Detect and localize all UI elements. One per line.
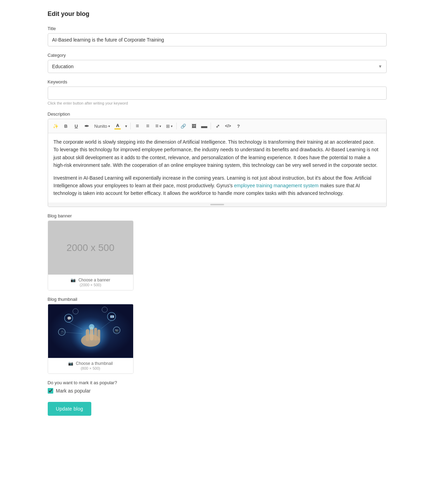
mark-popular-row: Mark as popular (48, 388, 387, 394)
scroll-bar (210, 204, 224, 205)
blog-thumbnail-label: Blog thumbnail (48, 297, 387, 302)
table-dropdown[interactable]: ⊞ ▾ (164, 121, 175, 131)
description-paragraph-2: Investment in AI-Based Learning will exp… (54, 174, 381, 197)
thumbnail-choose-label: Choose a thumbnail (76, 361, 113, 366)
category-select[interactable]: Education Technology Business Health (48, 60, 387, 73)
svg-text:🎵: 🎵 (60, 330, 64, 334)
blog-banner-label: Blog banner (48, 213, 387, 218)
underline-button[interactable]: U (72, 121, 81, 131)
numbered-list-button[interactable]: ≡ (143, 121, 153, 131)
align-dropdown[interactable]: ≡ ▾ (153, 121, 163, 131)
svg-text:📷: 📷 (115, 328, 119, 333)
title-label: Title (48, 26, 387, 31)
category-label: Category (48, 53, 387, 58)
magic-button[interactable]: ✨ (51, 121, 61, 131)
link-button[interactable]: 🔗 (178, 121, 188, 131)
camera-icon-thumb: 📷 (68, 361, 73, 366)
bold-button[interactable]: B (61, 121, 71, 131)
fullscreen-button[interactable]: ⤢ (213, 121, 222, 131)
color-indicator (114, 128, 121, 129)
svg-rect-3 (86, 329, 89, 341)
mark-popular-label[interactable]: Mark as popular (56, 388, 91, 394)
banner-choose-label: Choose a banner (79, 278, 110, 282)
banner-upload-container: 2000 x 500 📷 Choose a banner (2000 × 500… (48, 220, 133, 290)
banner-upload-footer[interactable]: 📷 Choose a banner (2000 × 500) (48, 274, 133, 290)
editor-toolbar: ✨ B U ✒ Nunito ▾ A ▾ ≡ ≡ ≡ ▾ ⊞ ▾ (48, 119, 386, 133)
svg-text:💬: 💬 (67, 316, 71, 321)
svg-point-7 (89, 324, 94, 330)
strikethrough-button[interactable]: ✒ (82, 121, 92, 131)
font-family-dropdown[interactable]: Nunito ▾ (92, 121, 112, 131)
blog-banner-field-group: Blog banner 2000 x 500 📷 Choose a banner… (48, 213, 387, 290)
description-label: Description (48, 111, 387, 117)
popular-question: Do you want to mark it as popular? (48, 380, 387, 385)
svg-rect-6 (97, 330, 100, 341)
keywords-hint: Click the enter button after writing you… (48, 101, 387, 105)
thumbnail-upload-container: 💬 📧 🎵 📷 📷 Choose a thumbnail (800 × 500) (48, 304, 133, 374)
code-view-button[interactable]: </> (223, 121, 233, 131)
description-editor: ✨ B U ✒ Nunito ▾ A ▾ ≡ ≡ ≡ ▾ ⊞ ▾ (48, 119, 387, 207)
scroll-indicator (48, 202, 386, 207)
text-color-button[interactable]: A (113, 121, 122, 131)
keywords-field-group: Keywords Click the enter button after wr… (48, 79, 387, 105)
title-input[interactable] (48, 33, 387, 46)
color-dropdown-arrow[interactable]: ▾ (123, 121, 129, 131)
update-blog-button[interactable]: Update blog (48, 402, 92, 416)
svg-text:📧: 📧 (110, 314, 114, 319)
category-field-group: Category Education Technology Business H… (48, 53, 387, 73)
title-field-group: Title (48, 26, 387, 46)
camera-icon: 📷 (71, 278, 76, 282)
thumbnail-svg: 💬 📧 🎵 📷 (48, 304, 133, 358)
thumbnail-size-hint: (800 × 500) (81, 366, 100, 370)
font-family-arrow: ▾ (108, 124, 110, 128)
description-paragraph-1: The corporate world is slowly stepping i… (54, 138, 381, 169)
bullet-list-button[interactable]: ≡ (132, 121, 142, 131)
page-title: Edit your blog (48, 10, 387, 18)
banner-placeholder-text: 2000 x 500 (66, 242, 114, 253)
category-select-wrapper: Education Technology Business Health ▼ (48, 60, 387, 73)
keywords-input[interactable] (48, 87, 387, 100)
thumbnail-preview: 💬 📧 🎵 📷 (48, 304, 133, 358)
editor-content-area[interactable]: The corporate world is slowly stepping i… (48, 133, 386, 202)
toolbar-separator-3 (211, 123, 211, 129)
banner-size-hint: (2000 × 500) (80, 283, 101, 287)
banner-placeholder: 2000 x 500 (48, 221, 133, 274)
mark-popular-checkbox[interactable] (48, 388, 53, 394)
blog-thumbnail-field-group: Blog thumbnail (48, 297, 387, 374)
help-button[interactable]: ? (233, 121, 243, 131)
thumbnail-upload-footer[interactable]: 📷 Choose a thumbnail (800 × 500) (48, 358, 133, 374)
etms-link[interactable]: employee training management system (234, 183, 318, 188)
toolbar-separator-2 (176, 123, 177, 129)
svg-rect-5 (94, 328, 97, 341)
popular-section: Do you want to mark it as popular? Mark … (48, 380, 387, 394)
video-button[interactable]: ▬ (199, 121, 209, 131)
keywords-label: Keywords (48, 79, 387, 84)
description-field-group: Description ✨ B U ✒ Nunito ▾ A ▾ ≡ ≡ ≡ ▾ (48, 111, 387, 207)
image-button[interactable]: 🖼 (189, 121, 198, 131)
font-family-label: Nunito (94, 124, 108, 129)
toolbar-separator-1 (130, 123, 131, 129)
